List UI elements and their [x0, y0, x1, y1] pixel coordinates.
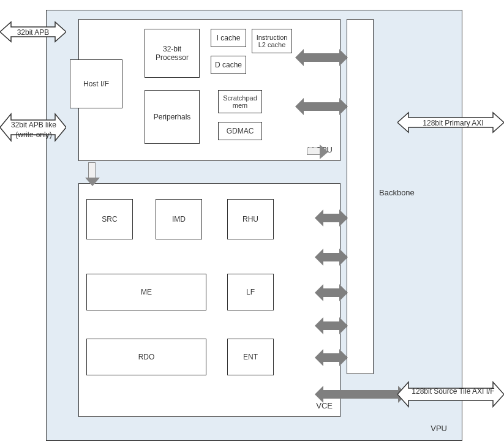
text-me: ME [141, 288, 152, 296]
block-lf: LF [227, 274, 274, 310]
text-hostif: Host I/F [83, 80, 109, 88]
block-ent: ENT [227, 339, 274, 375]
block-me: ME [86, 274, 206, 310]
text-proc: 32-bit Processor [146, 45, 198, 62]
block-proc: 32-bit Processor [145, 29, 200, 78]
block-scratchpad: Scratchpad mem [218, 90, 262, 113]
block-dcache: D cache [211, 56, 246, 74]
ext-label-apb: 32bit APB [13, 28, 53, 38]
backbone-box [347, 19, 374, 374]
text-rhu: RHU [243, 215, 258, 224]
block-imd: IMD [156, 199, 202, 239]
text-il2cache: Instruction L2 cache [254, 34, 290, 48]
text-rdo: RDO [138, 353, 155, 361]
ext-label-source-tile: 128bit Source Tile AXI I/F [410, 387, 496, 397]
ext-label-primary-axi: 128bit Primary AXI [416, 119, 490, 129]
text-icache: I cache [217, 34, 241, 42]
arrow-vce-row3 [323, 353, 339, 362]
text-imd: IMD [172, 215, 186, 224]
text-gdmac: GDMAC [227, 127, 254, 135]
vpu-container: VPU V-CPU Host I/F 32-bit Processor I ca… [46, 10, 462, 441]
arrow-vce-gap1 [323, 253, 339, 261]
vpu-label: VPU [431, 424, 447, 433]
text-src: SRC [102, 215, 117, 224]
text-peripherals: Periperhals [154, 113, 191, 121]
arrow-vcpu-small [307, 148, 320, 155]
arrow-vce-row2 [323, 288, 339, 297]
block-icache: I cache [211, 29, 246, 47]
backbone-label: Backbone [379, 188, 415, 197]
arrow-vcpu-to-vce [88, 162, 96, 178]
block-src: SRC [86, 199, 133, 239]
block-rdo: RDO [86, 339, 206, 375]
block-il2cache: Instruction L2 cache [252, 29, 292, 53]
text-scratchpad: Scratchpad mem [220, 94, 260, 109]
text-dcache: D cache [215, 61, 242, 69]
arrow-vce-row1 [323, 214, 339, 222]
block-gdmac: GDMAC [218, 122, 262, 140]
arrow-vce-gap2 [323, 321, 339, 330]
block-rhu: RHU [227, 199, 274, 239]
block-hostif: Host I/F [70, 59, 122, 108]
arrow-vcpu-top [304, 53, 339, 62]
arrow-vce-source-tile [323, 390, 398, 399]
block-peripherals: Periperhals [145, 90, 200, 144]
arrow-vcpu-mid [304, 102, 339, 111]
text-lf: LF [246, 288, 255, 296]
text-ent: ENT [243, 353, 258, 361]
ext-label-apb-like: 32bit APB like (write-only) [9, 121, 59, 140]
